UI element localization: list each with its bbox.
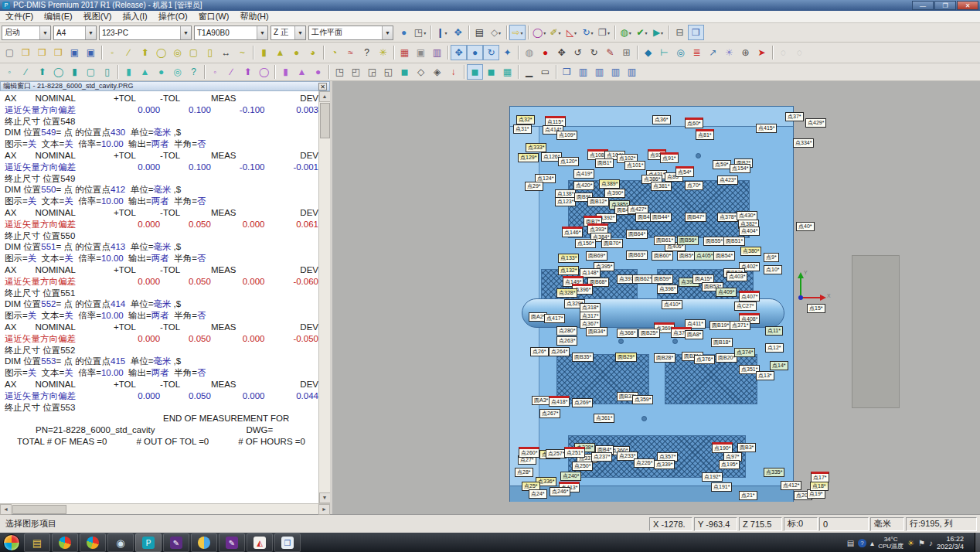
disabled-rotate-icon[interactable]: ◌ (775, 45, 791, 60)
measurement-label[interactable]: 圆B19* (709, 321, 731, 330)
measured-cylinder-icon[interactable]: ▮ (256, 45, 272, 60)
dimension-line-icon[interactable]: ✐▾ (547, 25, 563, 40)
measurement-label[interactable]: 点29* (525, 182, 543, 191)
measurement-label[interactable]: 圆B34* (586, 327, 607, 336)
constructed-point-icon[interactable]: ◦ (207, 64, 223, 80)
auto-point-icon[interactable]: ◦ (2, 64, 18, 80)
measurement-label[interactable]: 点21* (739, 491, 757, 500)
measurement-label[interactable]: 点28* (515, 468, 533, 477)
report-window-1-icon[interactable]: ▥ (575, 64, 591, 80)
help-tray-icon[interactable]: ? (858, 539, 866, 547)
measurement-label[interactable]: 圆B64* (626, 230, 648, 239)
wireframe-globe-icon[interactable]: ◍ (521, 45, 537, 60)
chevron-down-icon[interactable]: ▾ (661, 30, 663, 36)
auto-sphere-icon[interactable]: ● (153, 64, 169, 80)
measurement-label[interactable]: 点192* (702, 472, 723, 482)
measurement-label[interactable]: 点410* (662, 300, 682, 309)
measurement-label[interactable]: 点36* (652, 115, 671, 124)
chevron-down-icon[interactable]: ▼ (39, 26, 50, 39)
measurement-label[interactable]: 点150* (575, 239, 596, 248)
zoom-view-icon[interactable]: ✦ (499, 45, 516, 60)
measurement-label[interactable]: 圆B56* (677, 236, 699, 245)
measurement-label[interactable]: 点412* (781, 481, 801, 490)
mesh-feature-icon[interactable]: ✳ (375, 45, 391, 60)
measurement-label[interactable]: 圆B51* (723, 237, 745, 246)
probe-drop-icon[interactable]: ↓ (445, 64, 461, 80)
measurement-label[interactable]: 点13* (756, 371, 774, 380)
measurement-label[interactable]: 点264* (549, 347, 570, 356)
chevron-down-icon[interactable]: ▼ (85, 26, 96, 39)
scroll-down-icon[interactable]: ▼ (319, 492, 331, 503)
measurement-label[interactable]: 圆A8* (685, 330, 703, 339)
chevron-down-icon[interactable]: ▼ (294, 26, 305, 39)
probe-mode-icon[interactable]: ● (396, 25, 412, 40)
edit-window-titlebar[interactable]: 编辑窗口 - 21-8228_6000_std_cavity.PRG ✕ (0, 81, 330, 91)
measurement-label[interactable]: 圆B44* (650, 213, 672, 222)
measurement-label[interactable]: 点407* (739, 291, 760, 302)
pan-view-icon[interactable]: ✥ (451, 45, 467, 60)
chevron-down-icon[interactable]: ▾ (521, 30, 523, 36)
measurement-label[interactable]: 点380* (740, 247, 761, 256)
report-template-icon[interactable]: ▥ (429, 45, 445, 60)
solid-sphere-icon[interactable]: ● (537, 45, 553, 60)
menu-item-编辑E[interactable]: 编辑(E) (39, 11, 78, 22)
rotate-target-icon[interactable]: ⊕ (737, 45, 754, 60)
scan-path-icon[interactable]: ≈ (342, 45, 359, 60)
measured-width-icon[interactable]: ↔ (218, 45, 234, 60)
measurement-label[interactable]: 点60* (685, 118, 703, 128)
measured-circle-icon[interactable]: ◯ (153, 45, 169, 60)
measurement-label[interactable]: 圆B61* (654, 236, 675, 245)
restore-button[interactable]: ❐ (934, 1, 956, 10)
constructed-line-icon[interactable]: ∕ (223, 64, 240, 80)
view-cube-wire-icon[interactable]: ◇ (413, 64, 429, 80)
measurement-label[interactable]: 圆B28* (654, 353, 675, 363)
measurement-label[interactable]: 点59* (713, 160, 731, 169)
probe-tip-combo[interactable]: Z 正▼ (271, 26, 306, 40)
measurement-label[interactable]: 点376* (694, 355, 715, 364)
taskbar-item-explorer[interactable]: ▤ (24, 533, 50, 552)
chevron-down-icon[interactable]: ▾ (607, 30, 610, 36)
measurement-label[interactable]: 圆B55* (703, 237, 725, 246)
rotate-3d-icon[interactable]: ↻ (586, 45, 602, 60)
measurement-label[interactable]: 点54* (675, 166, 694, 177)
translate-3d-icon[interactable]: ✥ (553, 45, 570, 60)
comment-icon[interactable]: ▤ (471, 25, 488, 40)
measurement-label[interactable]: 点335* (764, 468, 784, 477)
measurement-label[interactable]: 圆B63* (626, 250, 648, 260)
measurement-label[interactable]: 圆B54* (713, 251, 735, 261)
dimension-angle-icon[interactable]: ◺▾ (563, 25, 580, 40)
execute-play-icon[interactable]: ▶▾ (650, 25, 666, 40)
menu-item-操作O[interactable]: 操作(O) (153, 11, 193, 22)
measurement-label[interactable]: 点420* (573, 181, 594, 190)
shaded-view-icon[interactable]: ● (467, 45, 483, 60)
save-alignment-icon[interactable]: ▣ (413, 45, 429, 60)
chevron-down-icon[interactable]: ▾ (591, 30, 594, 36)
window-layout-icon[interactable]: ❒ (688, 25, 704, 40)
view-left-icon[interactable]: ◱ (380, 64, 396, 80)
measurement-label[interactable]: 圆B69* (586, 251, 607, 261)
vertical-scroll-thumb[interactable] (320, 103, 330, 138)
chevron-down-icon[interactable]: ▾ (629, 30, 631, 36)
auto-square-slot-icon[interactable]: ▯ (99, 64, 115, 80)
chevron-down-icon[interactable]: ▼ (382, 26, 393, 39)
measurement-label[interactable]: 点31* (513, 124, 532, 134)
chevron-down-icon[interactable]: ▾ (445, 30, 447, 36)
taskbar-item-corel-photo[interactable]: ✎ (219, 533, 245, 552)
alignment-combo[interactable]: 启动▼ (2, 26, 51, 40)
measurement-label[interactable]: 点246* (550, 487, 570, 496)
report-window-3-icon[interactable]: ▥ (607, 64, 624, 80)
measurement-report[interactable]: AXNOMINAL+TOL-TOLMEASDEV逼近矢量方向偏差0.0000.1… (0, 91, 318, 503)
restore-editor-icon[interactable]: ▭ (537, 64, 553, 80)
scroll-up-icon[interactable]: ▲ (319, 91, 331, 102)
graphic-ruler-icon[interactable]: ⊞ (618, 45, 635, 60)
measurement-label[interactable]: 点423* (717, 175, 738, 185)
measurement-label[interactable]: 点C27* (734, 302, 757, 311)
graphic-grid-icon[interactable]: ▦ (499, 64, 516, 80)
taskbar-item-corel-draw[interactable]: ✎ (163, 533, 189, 552)
measurement-label[interactable]: 点191* (711, 482, 732, 492)
measurement-label[interactable]: 点267* (539, 409, 560, 418)
measurement-label[interactable]: 圆B12* (587, 197, 609, 206)
measurement-label[interactable]: 点333* (526, 143, 546, 152)
guess-mode-icon[interactable]: ? (359, 45, 375, 60)
scroll-left-icon[interactable]: ◄ (0, 504, 12, 515)
